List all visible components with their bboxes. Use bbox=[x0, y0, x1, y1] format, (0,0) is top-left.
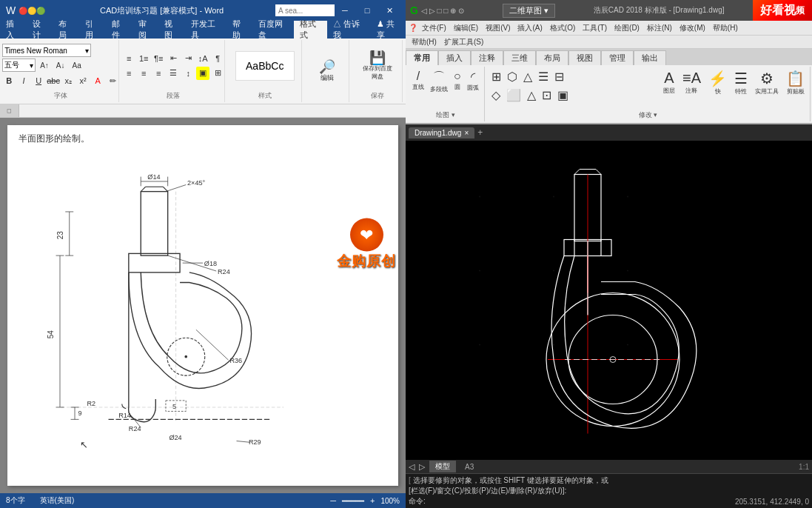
multilevel-btn[interactable]: ¶≡ bbox=[152, 52, 165, 65]
cad-btn-10[interactable]: ▣ bbox=[555, 87, 571, 104]
sort-btn[interactable]: ↕A bbox=[196, 52, 209, 65]
cad-btn-3[interactable]: △ bbox=[521, 68, 534, 85]
strikethrough-btn[interactable]: abc bbox=[47, 74, 60, 87]
cad-btn-1[interactable]: ⊞ bbox=[489, 68, 503, 85]
cad-tab-annotation[interactable]: 注释 bbox=[471, 50, 503, 65]
tab-help[interactable]: 帮助 bbox=[227, 21, 253, 39]
word-close-btn[interactable]: ✕ bbox=[379, 3, 400, 18]
tab-mailings[interactable]: 邮件 bbox=[106, 21, 132, 39]
cad-btn-4[interactable]: ☰ bbox=[536, 68, 551, 85]
line-tool[interactable]: / 直线 bbox=[410, 68, 426, 95]
menu-file[interactable]: 文件(F) bbox=[419, 23, 449, 33]
tab-format[interactable]: 格式式 bbox=[294, 21, 328, 39]
word-search-input[interactable] bbox=[275, 4, 335, 16]
tab-references[interactable]: 引用 bbox=[79, 21, 106, 39]
annotation-btn[interactable]: ≡A 注释 bbox=[680, 68, 703, 110]
menu-edit[interactable]: 编辑(E) bbox=[451, 23, 481, 33]
menu-tools[interactable]: 工具(T) bbox=[580, 23, 610, 33]
cad-file-tab-1[interactable]: Drawing1.dwg × bbox=[409, 127, 474, 138]
alert-btn[interactable]: △ 告诉我 bbox=[327, 21, 370, 39]
arc-icon: ◜ bbox=[471, 70, 475, 84]
properties-label: 特性 bbox=[735, 87, 747, 96]
cad-file-close-btn[interactable]: × bbox=[464, 129, 469, 137]
tab-design[interactable]: 设计 bbox=[27, 21, 53, 39]
submenu-help-btn[interactable]: 帮助(H) bbox=[409, 37, 440, 47]
clipboard-btn[interactable]: 📋 剪贴板 bbox=[784, 68, 807, 110]
tab-baidu[interactable]: 百度网盘 bbox=[252, 21, 293, 39]
layer-btn[interactable]: A 图层 bbox=[661, 68, 677, 110]
font-decrease-btn[interactable]: A↓ bbox=[53, 59, 68, 72]
numbering-btn[interactable]: 1≡ bbox=[137, 52, 150, 65]
tab-layout[interactable]: 布局 bbox=[53, 21, 79, 39]
highlight-btn[interactable]: ✏ bbox=[106, 74, 119, 87]
cad-add-file-btn[interactable]: + bbox=[477, 127, 483, 138]
zoom-out-btn[interactable]: ─ bbox=[330, 496, 336, 505]
cad-command-input[interactable] bbox=[429, 498, 732, 506]
justify-btn[interactable]: ☰ bbox=[167, 67, 180, 80]
word-minimize-btn[interactable]: ─ bbox=[335, 3, 355, 18]
cad-model-tab[interactable]: 模型 bbox=[429, 461, 456, 472]
bold-btn[interactable]: B bbox=[2, 74, 16, 87]
utilities-btn[interactable]: ⚙ 实用工具 bbox=[753, 68, 781, 110]
cad-tab-manage[interactable]: 管理 bbox=[601, 50, 634, 65]
align-center-btn[interactable]: ≡ bbox=[137, 67, 150, 80]
menu-view[interactable]: 视图(V) bbox=[483, 23, 513, 33]
fontcolor-btn[interactable]: A bbox=[91, 74, 104, 87]
polyline-tool[interactable]: ⌒ 多段线 bbox=[428, 68, 450, 95]
tab-insert[interactable]: 插入 bbox=[0, 21, 27, 39]
tab-developer[interactable]: 开发工具 bbox=[185, 21, 226, 39]
align-right-btn[interactable]: ≡ bbox=[152, 67, 165, 80]
tab-review[interactable]: 审阅 bbox=[132, 21, 159, 39]
word-maximize-btn[interactable]: □ bbox=[357, 3, 378, 18]
cad-nav-next[interactable]: ▷ bbox=[419, 462, 425, 472]
line-spacing-btn[interactable]: ↕ bbox=[181, 67, 195, 80]
bullets-btn[interactable]: ≡ bbox=[122, 52, 135, 65]
menu-draw[interactable]: 绘图(D) bbox=[611, 23, 642, 33]
superscript-btn[interactable]: x² bbox=[76, 74, 90, 87]
cad-btn-7[interactable]: ⬜ bbox=[504, 87, 523, 104]
cad-layout-tab[interactable]: A3 bbox=[460, 462, 478, 472]
show-marks-btn[interactable]: ¶ bbox=[211, 52, 224, 65]
clear-format-btn[interactable]: Aa bbox=[69, 59, 84, 72]
cad-tab-common[interactable]: 常用 bbox=[406, 50, 438, 65]
cad-btn-6[interactable]: ◇ bbox=[489, 87, 503, 104]
save-cloud-btn[interactable]: 💾 保存到百度网盘 bbox=[357, 49, 397, 83]
font-increase-btn[interactable]: A↑ bbox=[37, 59, 52, 72]
cad-tab-3d[interactable]: 三维 bbox=[503, 50, 536, 65]
cad-btn-2[interactable]: ⬡ bbox=[505, 68, 520, 85]
menu-format[interactable]: 格式(O) bbox=[547, 23, 578, 33]
edit-btn[interactable]: 🔎 编辑 bbox=[315, 58, 339, 85]
underline-btn[interactable]: U bbox=[32, 74, 45, 87]
zoom-in-btn[interactable]: + bbox=[370, 496, 375, 505]
menu-insert[interactable]: 插入(A) bbox=[514, 23, 545, 33]
align-left-btn[interactable]: ≡ bbox=[122, 67, 135, 80]
arc-tool[interactable]: ◜ 圆弧 bbox=[465, 68, 481, 95]
menu-modify[interactable]: 修改(M) bbox=[677, 23, 708, 33]
font-size-box[interactable]: 五号 ▾ bbox=[2, 59, 36, 72]
menu-help[interactable]: 帮助(H) bbox=[710, 23, 741, 33]
submenu-tools-btn[interactable]: 扩展工具(S) bbox=[441, 37, 486, 47]
menu-dimension[interactable]: 标注(N) bbox=[644, 23, 675, 33]
cad-btn-8[interactable]: △ bbox=[525, 87, 538, 104]
tab-view[interactable]: 视图 bbox=[158, 21, 185, 39]
properties-btn[interactable]: ☰ 特性 bbox=[732, 68, 750, 110]
cad-viewport[interactable] bbox=[406, 141, 812, 460]
font-name-box[interactable]: Times New Roman ▾ bbox=[2, 44, 91, 57]
quick-btn[interactable]: ⚡ 快 bbox=[706, 68, 729, 110]
cad-btn-5[interactable]: ⊟ bbox=[552, 68, 566, 85]
subscript-btn[interactable]: x₂ bbox=[61, 74, 75, 87]
share-btn[interactable]: ♟ 共享 bbox=[371, 21, 406, 39]
cad-tab-view[interactable]: 视图 bbox=[568, 50, 601, 65]
cad-tab-layout[interactable]: 布局 bbox=[536, 50, 568, 65]
circle-tool[interactable]: ○ 圆 bbox=[452, 68, 463, 95]
shading-btn[interactable]: ▣ bbox=[196, 67, 209, 80]
cad-tab-insert[interactable]: 插入 bbox=[438, 50, 471, 65]
italic-btn[interactable]: I bbox=[17, 74, 30, 87]
cad-tab-output[interactable]: 输出 bbox=[634, 50, 666, 65]
cad-btn-9[interactable]: ⊡ bbox=[540, 87, 554, 104]
cad-drawing-selector[interactable]: 二维草图 ▾ bbox=[503, 4, 555, 18]
increase-indent-btn[interactable]: ⇥ bbox=[181, 52, 195, 65]
borders-btn[interactable]: ⊞ bbox=[211, 67, 224, 80]
decrease-indent-btn[interactable]: ⇤ bbox=[167, 52, 180, 65]
cad-nav-prev[interactable]: ◁ bbox=[409, 462, 415, 472]
